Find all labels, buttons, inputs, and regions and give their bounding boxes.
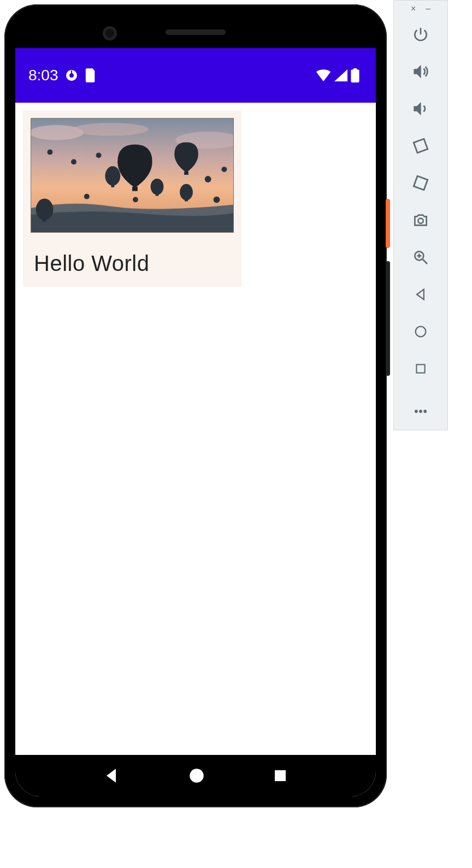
emulator-overview-button[interactable] [394,350,447,387]
svg-point-39 [190,769,204,783]
status-bar-right [316,68,359,82]
svg-rect-1 [414,176,427,190]
svg-point-19 [73,123,149,136]
svg-point-10 [420,410,422,413]
svg-rect-26 [156,194,159,196]
camera-icon [412,211,429,229]
svg-line-4 [423,259,427,264]
window-close-button[interactable]: × [411,4,416,14]
svg-rect-40 [275,770,286,781]
device-screen: 8:03 [15,48,376,796]
rotate-right-icon [411,174,430,192]
emulator-toolbar: × – [393,0,448,430]
device-front-camera [103,26,117,40]
svg-point-25 [151,179,164,195]
signal-icon [334,69,347,81]
zoom-button[interactable] [394,239,447,276]
svg-point-36 [214,197,220,203]
app-content: Hello World [15,103,376,755]
svg-point-38 [84,194,90,199]
nav-recents-button[interactable] [272,767,288,784]
card-image [31,118,234,233]
emulator-more-button[interactable] [394,393,447,430]
nav-back-button[interactable] [103,766,121,785]
svg-point-23 [105,166,120,186]
svg-point-31 [47,149,52,155]
status-bar: 8:03 [15,48,376,103]
device-speaker [166,29,226,35]
svg-point-34 [205,176,211,182]
more-icon [413,404,428,419]
svg-rect-30 [43,219,46,222]
rotate-left-button[interactable] [394,127,447,164]
power-icon [412,26,429,43]
card-text: Hello World [34,251,234,276]
svg-point-7 [416,327,426,337]
battery-icon [351,68,359,82]
rotate-right-button[interactable] [394,164,447,202]
svg-point-13 [69,73,74,78]
svg-point-35 [221,167,227,172]
svg-point-2 [418,219,423,223]
svg-point-11 [424,410,427,413]
svg-rect-21 [132,187,138,191]
volume-down-button[interactable] [394,90,447,127]
emulator-window-controls: × – [394,1,447,16]
device-notch [15,15,376,48]
svg-rect-28 [185,199,188,202]
nav-home-button[interactable] [187,766,206,785]
sim-icon [85,68,97,82]
svg-point-9 [415,410,418,413]
svg-rect-24 [111,185,114,187]
status-time: 8:03 [28,67,58,84]
zoom-icon [412,249,429,266]
navigation-bar [15,755,376,796]
emulator-back-button[interactable] [394,276,447,313]
svg-point-27 [180,184,193,200]
card[interactable]: Hello World [23,110,241,287]
svg-rect-15 [351,69,359,82]
screenshot-button[interactable] [394,202,447,239]
window-minimize-button[interactable]: – [426,4,430,14]
emulator-home-button[interactable] [394,313,447,350]
device-inner: 8:03 [15,15,376,796]
overview-icon [414,362,428,376]
svg-point-29 [36,199,54,221]
volume-up-icon [412,63,429,80]
device-volume-key [386,261,390,376]
volume-up-button[interactable] [394,53,447,90]
svg-point-33 [96,152,102,158]
status-bar-left: 8:03 [28,67,97,84]
device-frame: 8:03 [4,4,387,807]
svg-rect-8 [416,364,424,373]
svg-point-32 [71,159,76,164]
svg-rect-16 [353,68,357,70]
clock-icon [65,69,78,82]
svg-rect-14 [71,70,72,74]
device-power-key [386,199,390,248]
home-icon [413,324,428,339]
svg-rect-22 [184,172,188,175]
wifi-icon [316,69,331,81]
power-button[interactable] [394,16,447,53]
svg-rect-0 [414,139,427,152]
volume-down-icon [412,100,429,117]
rotate-left-icon [411,137,430,155]
back-icon [413,287,428,302]
svg-point-37 [133,197,138,203]
